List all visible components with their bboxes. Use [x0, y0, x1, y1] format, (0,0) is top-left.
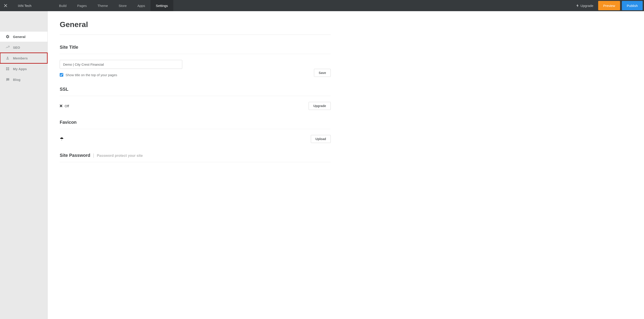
favicon-preview: ☂ [60, 136, 64, 142]
content-area: General SEO Members My Apps [0, 11, 644, 319]
sidebar-item-label: Blog [13, 78, 20, 81]
gear-icon [5, 35, 10, 39]
ssl-status: Off [60, 104, 69, 108]
umbrella-icon: ☂ [60, 136, 64, 141]
divider [60, 35, 331, 35]
site-title-input[interactable] [60, 60, 182, 69]
section-heading-site-password: Site Password | Password protect your si… [60, 153, 331, 162]
ssl-row: Off Upgrade [60, 102, 331, 110]
tab-theme[interactable]: Theme [92, 0, 113, 11]
sidebar-item-seo[interactable]: SEO [0, 42, 48, 53]
sidebar-item-members[interactable]: Members [0, 53, 48, 63]
page-title: General [60, 20, 331, 29]
section-heading-favicon: Favicon [60, 120, 331, 129]
svg-rect-2 [6, 67, 8, 69]
section-heading-site-title: Site Title [60, 45, 331, 54]
settings-sidebar: General SEO Members My Apps [0, 11, 48, 319]
sidebar-item-my-apps[interactable]: My Apps [0, 63, 48, 74]
site-name: IXN Tech [11, 4, 54, 7]
upgrade-label: Upgrade [580, 4, 594, 7]
upgrade-link[interactable]: Upgrade [572, 4, 598, 7]
section-site-password: Site Password | Password protect your si… [60, 153, 331, 162]
sidebar-item-label: General [13, 35, 26, 39]
section-site-title: Site Title Show title on the top of your… [60, 45, 331, 77]
favicon-row: ☂ Upload [60, 135, 331, 143]
section-heading-label: Site Password [60, 153, 90, 158]
sidebar-item-label: My Apps [13, 67, 27, 71]
section-heading-ssl: SSL [60, 87, 331, 96]
preview-button[interactable]: Preview [598, 1, 620, 10]
lightning-icon [576, 4, 579, 7]
publish-button[interactable]: Publish [622, 1, 643, 10]
section-heading-label: Site Title [60, 45, 78, 50]
tab-pages[interactable]: Pages [72, 0, 92, 11]
show-title-checkbox-label: Show title on the top of your pages [66, 73, 117, 77]
section-favicon: Favicon ☂ Upload [60, 120, 331, 143]
person-icon [5, 56, 10, 60]
section-heading-sub: Password protect your site [97, 154, 143, 158]
sidebar-nav: General SEO Members My Apps [0, 31, 48, 85]
tab-build[interactable]: Build [54, 0, 72, 11]
sidebar-item-label: Members [13, 56, 28, 60]
sidebar-item-general[interactable]: General [0, 31, 48, 42]
site-title-row: Show title on the top of your pages Save [60, 69, 331, 77]
svg-rect-5 [8, 69, 9, 70]
section-heading-label: Favicon [60, 120, 77, 125]
close-button[interactable] [0, 0, 11, 11]
ssl-upgrade-button[interactable]: Upgrade [308, 102, 331, 110]
show-title-checkbox-row[interactable]: Show title on the top of your pages [60, 73, 117, 77]
sidebar-item-label: SEO [13, 45, 20, 49]
trend-icon [5, 45, 10, 49]
favicon-upload-button[interactable]: Upload [311, 135, 331, 143]
sidebar-item-blog[interactable]: Blog [0, 74, 48, 85]
section-ssl: SSL Off Upgrade [60, 87, 331, 110]
apps-icon [5, 67, 10, 71]
main-inner: General Site Title Show title on the top… [48, 11, 343, 181]
topbar-tabs: Build Pages Theme Store Apps Settings [54, 0, 173, 11]
tab-settings[interactable]: Settings [150, 0, 173, 11]
heading-separator: | [93, 153, 94, 158]
svg-rect-4 [6, 69, 8, 70]
x-icon [60, 104, 62, 108]
show-title-checkbox[interactable] [60, 73, 63, 77]
tab-apps[interactable]: Apps [132, 0, 150, 11]
section-heading-label: SSL [60, 87, 68, 92]
save-button[interactable]: Save [314, 69, 331, 77]
close-icon [4, 4, 8, 7]
topbar: IXN Tech Build Pages Theme Store Apps Se… [0, 0, 644, 11]
tab-store[interactable]: Store [113, 0, 132, 11]
chat-icon [5, 77, 10, 81]
main-panel: General Site Title Show title on the top… [48, 11, 644, 319]
svg-rect-3 [8, 67, 9, 69]
ssl-status-label: Off [64, 104, 69, 108]
